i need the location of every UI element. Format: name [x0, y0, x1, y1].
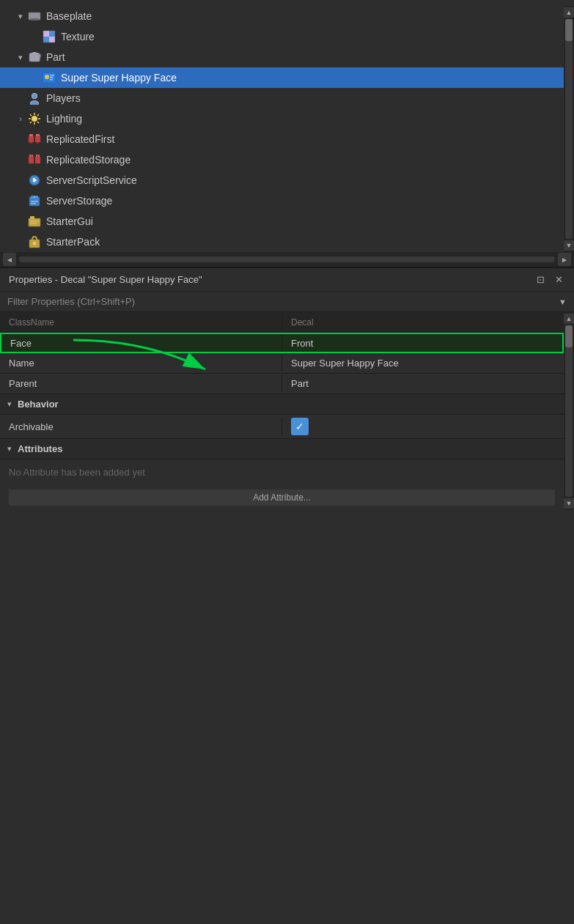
svg-rect-51	[30, 221, 39, 222]
starterpack-icon	[26, 234, 43, 250]
maximize-btn[interactable]: ⊡	[534, 274, 547, 285]
lighting-label: Lighting	[46, 113, 558, 125]
header-value: Decal	[282, 314, 564, 330]
props-row-archivable[interactable]: Archivable ✓	[0, 415, 564, 439]
chevron-part: ▾	[15, 53, 26, 62]
svg-rect-48	[31, 203, 36, 204]
svg-rect-34	[29, 157, 34, 163]
players-label: Players	[46, 92, 558, 104]
svg-rect-1	[30, 18, 39, 21]
behavior-section-header[interactable]: ▾ Behavior	[0, 394, 564, 415]
attributes-title: Attributes	[18, 443, 62, 454]
svg-rect-4	[49, 37, 55, 42]
props-scrollbar-track[interactable]	[565, 325, 573, 497]
svg-rect-33	[37, 142, 39, 144]
archivable-checkbox[interactable]: ✓	[291, 418, 309, 435]
part-icon	[26, 49, 43, 65]
hscroll-right-btn[interactable]: ►	[558, 253, 571, 266]
attributes-chevron: ▾	[7, 444, 12, 454]
svg-rect-28	[29, 136, 34, 142]
chevron-lighting: ›	[15, 114, 26, 123]
properties-scrollbar: ▲ ▼	[564, 312, 574, 510]
tree-item-serverstorage[interactable]: ServerStorage	[0, 191, 564, 211]
svg-marker-8	[40, 53, 41, 62]
tree-item-startergui[interactable]: StarterGui	[0, 211, 564, 232]
svg-rect-13	[50, 77, 54, 78]
texture-label: Texture	[61, 31, 558, 42]
svg-line-26	[37, 114, 39, 116]
serverstorage-label: ServerStorage	[46, 195, 558, 207]
svg-point-19	[32, 116, 37, 122]
add-attribute-btn[interactable]: Add Attribute...	[9, 489, 555, 506]
properties-panel: Properties - Decal "Super Super Happy Fa…	[0, 267, 574, 510]
svg-line-25	[37, 122, 39, 123]
replicatedfirst-label: ReplicatedFirst	[46, 133, 558, 145]
attributes-section-header[interactable]: ▾ Attributes	[0, 439, 564, 459]
behavior-title: Behavior	[18, 399, 59, 410]
svg-rect-42	[33, 178, 34, 182]
tree-item-replicatedstorage[interactable]: ReplicatedStorage	[0, 149, 564, 170]
tree-item-lighting[interactable]: › Lighting	[0, 108, 564, 129]
props-scroll-down-btn[interactable]: ▼	[564, 498, 574, 509]
svg-line-24	[30, 114, 32, 116]
filter-dropdown-icon: ▼	[559, 297, 567, 306]
scrollbar-track[interactable]	[565, 19, 573, 239]
archivable-label: Archivable	[0, 418, 282, 435]
properties-titlebar: Properties - Decal "Super Super Happy Fa…	[0, 268, 574, 292]
svg-rect-14	[50, 79, 53, 81]
svg-rect-30	[29, 134, 33, 136]
replicatedstorage-icon	[26, 152, 43, 168]
replicatedfirst-icon	[26, 131, 43, 147]
props-row-parent[interactable]: Parent Part	[0, 374, 564, 394]
name-value: Super Super Happy Face	[282, 355, 564, 372]
props-scroll-up-btn[interactable]: ▲	[564, 314, 574, 324]
svg-rect-3	[43, 31, 49, 37]
hscroll-left-btn[interactable]: ◄	[3, 253, 16, 266]
explorer-panel: ▾ Baseplate	[0, 0, 574, 267]
chevron-baseplate: ▾	[15, 12, 26, 21]
scrollbar-thumb	[565, 19, 573, 41]
hscroll-track[interactable]	[19, 256, 555, 262]
serverstorage-icon	[26, 193, 43, 209]
baseplate-icon	[26, 8, 43, 24]
serverscriptservice-label: ServerScriptService	[46, 174, 558, 186]
svg-rect-32	[30, 142, 32, 144]
svg-point-17	[32, 94, 37, 98]
parent-label: Parent	[0, 375, 282, 392]
props-row-name[interactable]: Name Super Super Happy Face	[0, 353, 564, 374]
explorer-hscrollbar: ◄ ►	[0, 252, 574, 267]
name-label: Name	[0, 355, 282, 372]
tree-item-supersuperhappyface[interactable]: Super Super Happy Face	[0, 67, 564, 88]
archivable-value: ✓	[282, 415, 564, 438]
tree-item-players[interactable]: Players	[0, 88, 564, 108]
filter-bar[interactable]: Filter Properties (Ctrl+Shift+P) ▼	[0, 292, 574, 312]
tree-item-texture[interactable]: Texture	[0, 26, 564, 47]
svg-rect-9	[43, 73, 56, 83]
svg-rect-29	[35, 136, 40, 142]
close-btn[interactable]: ✕	[553, 274, 565, 285]
titlebar-actions: ⊡ ✕	[534, 274, 565, 285]
part-label: Part	[46, 51, 558, 63]
tree-item-serverscriptservice[interactable]: ServerScriptService	[0, 170, 564, 191]
header-classname: ClassName	[0, 314, 282, 330]
scrollbar-up-btn[interactable]: ▲	[564, 7, 574, 18]
svg-rect-31	[36, 134, 40, 136]
svg-point-11	[45, 75, 48, 78]
tree-item-part[interactable]: ▾ Part	[0, 47, 564, 67]
scrollbar-down-btn[interactable]: ▼	[564, 240, 574, 251]
tree-item-starterpack[interactable]: StarterPack	[0, 232, 564, 252]
svg-point-46	[34, 196, 35, 198]
svg-rect-47	[31, 201, 38, 202]
tree-item-baseplate[interactable]: ▾ Baseplate	[0, 6, 564, 26]
texture-icon	[41, 29, 57, 45]
svg-line-27	[30, 122, 32, 123]
svg-rect-54	[33, 242, 36, 245]
serverscriptservice-icon	[26, 172, 43, 188]
svg-rect-49	[29, 218, 40, 226]
properties-title: Properties - Decal "Super Super Happy Fa…	[9, 274, 202, 285]
props-scrollbar-thumb	[565, 325, 573, 347]
parent-value: Part	[282, 375, 564, 392]
tree-item-replicatedfirst[interactable]: ReplicatedFirst	[0, 129, 564, 149]
props-row-face[interactable]: Face Front	[0, 333, 564, 353]
behavior-chevron: ▾	[7, 399, 12, 409]
